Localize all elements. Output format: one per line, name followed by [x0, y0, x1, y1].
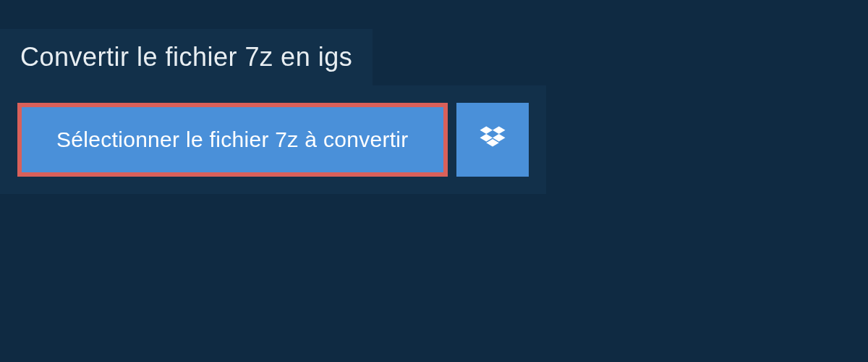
- page-title: Convertir le fichier 7z en igs: [20, 42, 352, 72]
- page-heading-bar: Convertir le fichier 7z en igs: [0, 29, 373, 85]
- dropbox-icon: [477, 124, 508, 156]
- dropbox-button[interactable]: [456, 103, 529, 177]
- upload-button-container: Sélectionner le fichier 7z à convertir: [0, 85, 546, 194]
- select-file-button[interactable]: Sélectionner le fichier 7z à convertir: [17, 103, 448, 177]
